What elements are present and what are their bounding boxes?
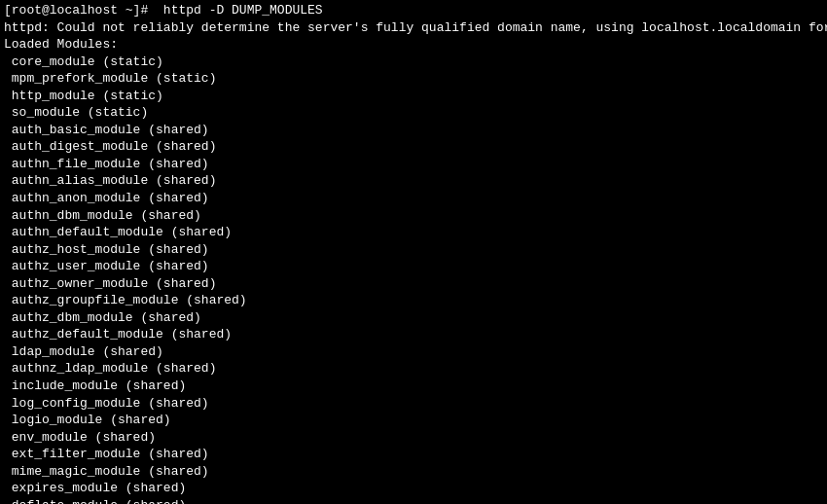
terminal-line-2: Loaded Modules: [4, 36, 823, 54]
terminal-line-7: auth_basic_module (shared) [4, 122, 823, 139]
terminal-line-11: authn_anon_module (shared) [4, 190, 823, 207]
terminal-line-1: httpd: Could not reliably determine the … [4, 19, 823, 37]
terminal-line-4: mpm_prefork_module (static) [4, 70, 823, 88]
terminal-line-20: ldap_module (shared) [4, 343, 823, 361]
terminal-line-16: authz_owner_module (shared) [4, 275, 823, 293]
terminal-line-18: authz_dbm_module (shared) [4, 309, 823, 327]
terminal-line-22: include_module (shared) [4, 378, 823, 395]
terminal-line-19: authz_default_module (shared) [4, 326, 823, 343]
terminal-line-3: core_module (static) [4, 54, 823, 71]
terminal-line-24: logio_module (shared) [4, 412, 823, 429]
terminal-line-5: http_module (static) [4, 88, 823, 105]
terminal-line-29: deflate_module (shared) [4, 497, 823, 504]
terminal-line-15: authz_user_module (shared) [4, 258, 823, 275]
terminal-line-27: mime_magic_module (shared) [4, 463, 823, 481]
terminal-line-0: [root@localhost ~]# httpd -D DUMP_MODULE… [4, 2, 823, 19]
terminal-line-25: env_module (shared) [4, 429, 823, 447]
terminal-line-26: ext_filter_module (shared) [4, 446, 823, 463]
terminal-line-12: authn_dbm_module (shared) [4, 207, 823, 225]
terminal-line-17: authz_groupfile_module (shared) [4, 292, 823, 309]
terminal-line-6: so_module (static) [4, 104, 823, 122]
terminal-line-9: authn_file_module (shared) [4, 156, 823, 173]
terminal-line-28: expires_module (shared) [4, 480, 823, 497]
terminal-line-23: log_config_module (shared) [4, 395, 823, 413]
terminal-line-21: authnz_ldap_module (shared) [4, 360, 823, 378]
terminal-line-10: authn_alias_module (shared) [4, 172, 823, 190]
terminal[interactable]: [root@localhost ~]# httpd -D DUMP_MODULE… [0, 0, 827, 504]
terminal-line-13: authn_default_module (shared) [4, 224, 823, 241]
terminal-line-14: authz_host_module (shared) [4, 241, 823, 259]
terminal-line-8: auth_digest_module (shared) [4, 138, 823, 156]
